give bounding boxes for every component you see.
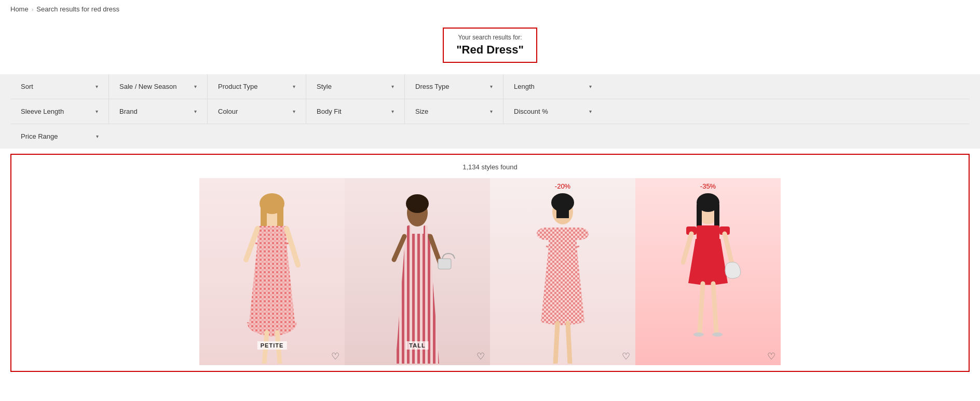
filter-label-body-fit: Body Fit bbox=[317, 108, 342, 115]
svg-line-20 bbox=[394, 236, 404, 260]
filter-label-price-range: Price Range bbox=[21, 132, 58, 140]
filter-sort[interactable]: Sort▾ bbox=[10, 74, 109, 99]
product-card-p2: TALL ♡ bbox=[345, 178, 490, 365]
svg-rect-28 bbox=[556, 203, 569, 218]
filter-label-colour: Colour bbox=[218, 108, 238, 115]
filter-discount[interactable]: Discount %▾ bbox=[503, 99, 602, 124]
filter-body-fit[interactable]: Body Fit▾ bbox=[306, 99, 405, 124]
chevron-dress-type-icon: ▾ bbox=[490, 84, 493, 89]
filter-label-product-type: Product Type bbox=[218, 83, 257, 90]
svg-line-41 bbox=[683, 234, 691, 262]
breadcrumb-home[interactable]: Home bbox=[10, 5, 29, 13]
chevron-discount-icon: ▾ bbox=[589, 109, 592, 114]
product-figure-p1 bbox=[220, 182, 324, 365]
filter-label-size: Size bbox=[415, 108, 428, 115]
filter-brand[interactable]: Brand▾ bbox=[109, 99, 208, 124]
product-image-p1[interactable]: PETITE bbox=[199, 178, 345, 365]
filter-sale-new-season[interactable]: Sale / New Season▾ bbox=[109, 74, 208, 99]
breadcrumb-current: Search results for red dress bbox=[36, 5, 119, 13]
product-card-p3: -20% ♡ bbox=[490, 178, 635, 365]
results-count: 1,134 styles found bbox=[11, 160, 969, 178]
filter-dress-type[interactable]: Dress Type▾ bbox=[405, 74, 503, 99]
filter-label-discount: Discount % bbox=[514, 108, 548, 115]
svg-rect-31 bbox=[549, 228, 577, 247]
product-image-p4[interactable] bbox=[635, 178, 781, 365]
filter-bar: Sort▾Sale / New Season▾Product Type▾Styl… bbox=[0, 74, 980, 149]
chevron-sort-icon: ▾ bbox=[96, 84, 98, 89]
filter-row-3: Price Range▾ bbox=[10, 124, 970, 149]
chevron-product-type-icon: ▾ bbox=[293, 84, 295, 89]
svg-line-9 bbox=[246, 229, 257, 260]
svg-rect-19 bbox=[404, 234, 430, 249]
filter-label-brand: Brand bbox=[119, 108, 138, 115]
svg-point-45 bbox=[693, 332, 704, 337]
svg-rect-6 bbox=[261, 204, 267, 230]
filter-label-length: Length bbox=[514, 83, 535, 90]
svg-rect-22 bbox=[438, 259, 451, 269]
products-grid: PETITE ♡ TALL ♡ bbox=[11, 178, 969, 365]
product-figure-p2 bbox=[365, 182, 469, 365]
search-heading-box: Your search results for: "Red Dress" bbox=[443, 28, 537, 63]
chevron-sale-new-season-icon: ▾ bbox=[194, 84, 197, 89]
filter-label-sleeve-length: Sleeve Length bbox=[21, 108, 64, 115]
filter-row-1: Sort▾Sale / New Season▾Product Type▾Styl… bbox=[10, 74, 970, 99]
filter-product-type[interactable]: Product Type▾ bbox=[208, 74, 306, 99]
chevron-sleeve-length-icon: ▾ bbox=[96, 109, 98, 114]
filter-price-range[interactable]: Price Range▾ bbox=[10, 124, 109, 149]
wishlist-button-p4[interactable]: ♡ bbox=[767, 351, 775, 362]
search-heading-container: Your search results for: "Red Dress" bbox=[0, 18, 980, 74]
svg-line-43 bbox=[700, 284, 703, 332]
chevron-style-icon: ▾ bbox=[391, 84, 394, 89]
wishlist-button-p2[interactable]: ♡ bbox=[477, 351, 485, 362]
discount-badge-p4: -35% bbox=[700, 182, 716, 190]
svg-point-16 bbox=[406, 194, 429, 213]
filter-label-style: Style bbox=[317, 83, 332, 90]
chevron-body-fit-icon: ▾ bbox=[391, 109, 394, 114]
filter-label-sort: Sort bbox=[21, 83, 33, 90]
filter-style[interactable]: Style▾ bbox=[306, 74, 405, 99]
chevron-price-range-icon: ▾ bbox=[96, 133, 99, 139]
wishlist-button-p3[interactable]: ♡ bbox=[622, 351, 630, 362]
svg-rect-8 bbox=[257, 226, 287, 244]
svg-rect-7 bbox=[277, 204, 283, 230]
svg-point-46 bbox=[712, 332, 723, 337]
wishlist-button-p1[interactable]: ♡ bbox=[331, 351, 339, 362]
filter-length[interactable]: Length▾ bbox=[503, 74, 602, 99]
product-figure-p4 bbox=[656, 182, 760, 365]
breadcrumb: Home › Search results for red dress bbox=[0, 0, 980, 18]
filter-size[interactable]: Size▾ bbox=[405, 99, 503, 124]
discount-badge-p3: -20% bbox=[555, 182, 570, 190]
svg-line-32 bbox=[555, 323, 557, 364]
product-label-p1: PETITE bbox=[257, 341, 287, 350]
filter-label-sale-new-season: Sale / New Season bbox=[119, 83, 177, 90]
chevron-length-icon: ▾ bbox=[589, 84, 592, 89]
chevron-brand-icon: ▾ bbox=[194, 109, 197, 114]
product-figure-p3 bbox=[511, 182, 615, 365]
chevron-colour-icon: ▾ bbox=[293, 109, 295, 114]
filter-colour[interactable]: Colour▾ bbox=[208, 99, 306, 124]
product-card-p4: -35% ♡ bbox=[635, 178, 781, 365]
breadcrumb-separator: › bbox=[32, 6, 34, 12]
search-main-text: "Red Dress" bbox=[456, 43, 524, 57]
product-card-p1: PETITE ♡ bbox=[199, 178, 345, 365]
svg-line-33 bbox=[568, 323, 570, 364]
product-image-p3[interactable] bbox=[490, 178, 635, 365]
product-image-p2[interactable]: TALL bbox=[345, 178, 490, 365]
results-container: 1,134 styles found bbox=[10, 154, 970, 372]
filter-row-2: Sleeve Length▾Brand▾Colour▾Body Fit▾Size… bbox=[10, 99, 970, 124]
svg-rect-38 bbox=[697, 225, 719, 240]
filter-label-dress-type: Dress Type bbox=[415, 83, 450, 90]
svg-line-44 bbox=[713, 284, 716, 332]
search-sub-text: Your search results for: bbox=[456, 34, 524, 41]
product-label-p2: TALL bbox=[406, 341, 428, 350]
filter-sleeve-length[interactable]: Sleeve Length▾ bbox=[10, 99, 109, 124]
chevron-size-icon: ▾ bbox=[490, 109, 493, 114]
